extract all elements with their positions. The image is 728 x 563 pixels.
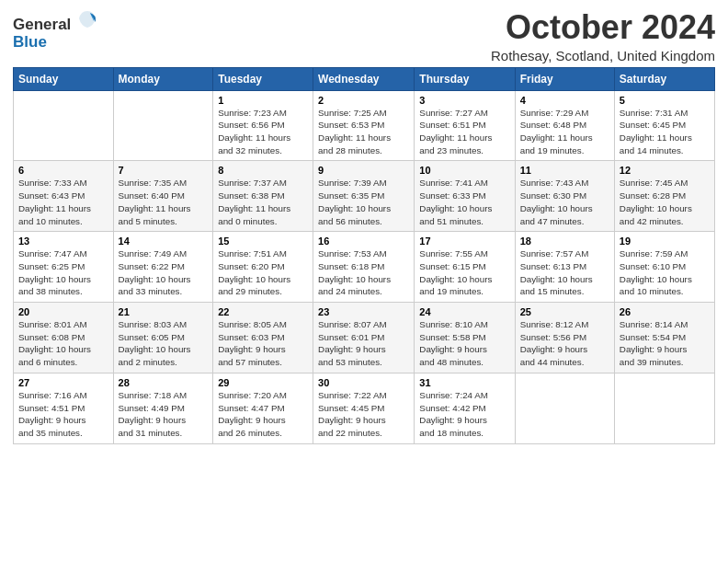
day-detail: Sunrise: 7:41 AM Sunset: 6:33 PM Dayligh… [419, 178, 492, 225]
col-header-friday: Friday [515, 67, 614, 90]
day-cell: 25Sunrise: 8:12 AM Sunset: 5:56 PM Dayli… [515, 303, 614, 373]
day-cell: 31Sunrise: 7:24 AM Sunset: 4:42 PM Dayli… [415, 373, 515, 443]
day-cell: 17Sunrise: 7:55 AM Sunset: 6:15 PM Dayli… [415, 232, 515, 303]
day-cell: 9Sunrise: 7:39 AM Sunset: 6:35 PM Daylig… [313, 161, 415, 232]
day-detail: Sunrise: 7:16 AM Sunset: 4:51 PM Dayligh… [18, 390, 87, 438]
month-title: October 2024 [491, 9, 715, 46]
day-detail: Sunrise: 8:05 AM Sunset: 6:03 PM Dayligh… [218, 319, 287, 367]
day-cell: 10Sunrise: 7:41 AM Sunset: 6:33 PM Dayli… [415, 161, 515, 232]
day-cell: 6Sunrise: 7:33 AM Sunset: 6:43 PM Daylig… [14, 161, 114, 232]
day-detail: Sunrise: 8:03 AM Sunset: 6:05 PM Dayligh… [119, 319, 191, 367]
day-number: 11 [520, 165, 609, 176]
col-header-monday: Monday [113, 67, 213, 90]
day-number: 25 [520, 306, 609, 317]
day-number: 8 [218, 165, 308, 176]
day-cell: 4Sunrise: 7:29 AM Sunset: 6:48 PM Daylig… [515, 90, 614, 161]
day-number: 18 [520, 236, 609, 247]
day-cell [113, 90, 213, 161]
day-number: 27 [18, 377, 108, 388]
day-number: 4 [520, 95, 609, 106]
day-detail: Sunrise: 7:35 AM Sunset: 6:40 PM Dayligh… [119, 178, 191, 225]
day-number: 9 [318, 165, 409, 176]
day-detail: Sunrise: 7:24 AM Sunset: 4:42 PM Dayligh… [419, 390, 488, 438]
day-number: 21 [119, 306, 209, 317]
logo-blue: Blue [13, 33, 47, 51]
day-detail: Sunrise: 7:53 AM Sunset: 6:18 PM Dayligh… [318, 248, 391, 296]
day-number: 2 [318, 95, 409, 106]
day-detail: Sunrise: 8:12 AM Sunset: 5:56 PM Dayligh… [520, 319, 589, 367]
logo: General Blue [13, 13, 97, 51]
day-cell: 27Sunrise: 7:16 AM Sunset: 4:51 PM Dayli… [14, 373, 114, 443]
day-cell: 15Sunrise: 7:51 AM Sunset: 6:20 PM Dayli… [213, 232, 313, 303]
day-detail: Sunrise: 7:57 AM Sunset: 6:13 PM Dayligh… [520, 248, 593, 296]
day-number: 15 [218, 236, 308, 247]
day-detail: Sunrise: 7:51 AM Sunset: 6:20 PM Dayligh… [218, 248, 290, 296]
day-cell: 1Sunrise: 7:23 AM Sunset: 6:56 PM Daylig… [213, 90, 313, 161]
day-detail: Sunrise: 7:55 AM Sunset: 6:15 PM Dayligh… [419, 248, 492, 296]
day-detail: Sunrise: 7:20 AM Sunset: 4:47 PM Dayligh… [218, 390, 287, 438]
day-number: 29 [218, 377, 308, 388]
week-row-1: 1Sunrise: 7:23 AM Sunset: 6:56 PM Daylig… [14, 90, 715, 161]
week-row-4: 20Sunrise: 8:01 AM Sunset: 6:08 PM Dayli… [14, 303, 715, 373]
day-detail: Sunrise: 7:27 AM Sunset: 6:51 PM Dayligh… [419, 108, 492, 155]
day-detail: Sunrise: 7:59 AM Sunset: 6:10 PM Dayligh… [620, 248, 692, 296]
day-number: 6 [18, 165, 108, 176]
day-number: 30 [318, 377, 409, 388]
day-cell: 14Sunrise: 7:49 AM Sunset: 6:22 PM Dayli… [113, 232, 213, 303]
day-detail: Sunrise: 8:01 AM Sunset: 6:08 PM Dayligh… [18, 319, 91, 367]
day-number: 1 [218, 95, 308, 106]
day-number: 17 [419, 236, 509, 247]
day-number: 5 [620, 95, 710, 106]
col-header-thursday: Thursday [415, 67, 515, 90]
day-detail: Sunrise: 8:14 AM Sunset: 5:54 PM Dayligh… [620, 319, 688, 367]
day-number: 13 [18, 236, 108, 247]
day-detail: Sunrise: 7:45 AM Sunset: 6:28 PM Dayligh… [620, 178, 692, 225]
day-cell: 29Sunrise: 7:20 AM Sunset: 4:47 PM Dayli… [213, 373, 313, 443]
day-detail: Sunrise: 8:10 AM Sunset: 5:58 PM Dayligh… [419, 319, 488, 367]
day-number: 7 [119, 165, 209, 176]
day-number: 26 [620, 306, 710, 317]
day-cell: 21Sunrise: 8:03 AM Sunset: 6:05 PM Dayli… [113, 303, 213, 373]
day-number: 24 [419, 306, 509, 317]
day-detail: Sunrise: 7:31 AM Sunset: 6:45 PM Dayligh… [620, 108, 692, 155]
day-cell: 2Sunrise: 7:25 AM Sunset: 6:53 PM Daylig… [313, 90, 415, 161]
day-cell: 8Sunrise: 7:37 AM Sunset: 6:38 PM Daylig… [213, 161, 313, 232]
day-cell: 13Sunrise: 7:47 AM Sunset: 6:25 PM Dayli… [14, 232, 114, 303]
day-number: 14 [119, 236, 209, 247]
day-cell: 3Sunrise: 7:27 AM Sunset: 6:51 PM Daylig… [415, 90, 515, 161]
day-number: 16 [318, 236, 409, 247]
day-detail: Sunrise: 7:47 AM Sunset: 6:25 PM Dayligh… [18, 248, 91, 296]
day-detail: Sunrise: 7:43 AM Sunset: 6:30 PM Dayligh… [520, 178, 593, 225]
day-cell: 23Sunrise: 8:07 AM Sunset: 6:01 PM Dayli… [313, 303, 415, 373]
day-number: 31 [419, 377, 509, 388]
col-header-sunday: Sunday [14, 67, 114, 90]
week-row-3: 13Sunrise: 7:47 AM Sunset: 6:25 PM Dayli… [14, 232, 715, 303]
day-cell: 30Sunrise: 7:22 AM Sunset: 4:45 PM Dayli… [313, 373, 415, 443]
day-detail: Sunrise: 7:23 AM Sunset: 6:56 PM Dayligh… [218, 108, 290, 155]
day-number: 22 [218, 306, 308, 317]
day-detail: Sunrise: 7:49 AM Sunset: 6:22 PM Dayligh… [119, 248, 191, 296]
day-cell: 7Sunrise: 7:35 AM Sunset: 6:40 PM Daylig… [113, 161, 213, 232]
day-cell: 28Sunrise: 7:18 AM Sunset: 4:49 PM Dayli… [113, 373, 213, 443]
day-number: 3 [419, 95, 509, 106]
day-detail: Sunrise: 7:18 AM Sunset: 4:49 PM Dayligh… [119, 390, 188, 438]
day-detail: Sunrise: 7:22 AM Sunset: 4:45 PM Dayligh… [318, 390, 387, 438]
header-row: SundayMondayTuesdayWednesdayThursdayFrid… [14, 67, 715, 90]
col-header-wednesday: Wednesday [313, 67, 415, 90]
day-detail: Sunrise: 8:07 AM Sunset: 6:01 PM Dayligh… [318, 319, 387, 367]
calendar-table: SundayMondayTuesdayWednesdayThursdayFrid… [13, 67, 715, 444]
col-header-tuesday: Tuesday [213, 67, 313, 90]
day-cell [515, 373, 614, 443]
day-cell: 18Sunrise: 7:57 AM Sunset: 6:13 PM Dayli… [515, 232, 614, 303]
day-cell [614, 373, 714, 443]
day-cell: 12Sunrise: 7:45 AM Sunset: 6:28 PM Dayli… [614, 161, 714, 232]
logo-icon [77, 9, 97, 29]
day-cell: 19Sunrise: 7:59 AM Sunset: 6:10 PM Dayli… [614, 232, 714, 303]
day-cell: 26Sunrise: 8:14 AM Sunset: 5:54 PM Dayli… [614, 303, 714, 373]
day-cell [14, 90, 114, 161]
day-cell: 5Sunrise: 7:31 AM Sunset: 6:45 PM Daylig… [614, 90, 714, 161]
day-number: 23 [318, 306, 409, 317]
day-cell: 24Sunrise: 8:10 AM Sunset: 5:58 PM Dayli… [415, 303, 515, 373]
day-cell: 11Sunrise: 7:43 AM Sunset: 6:30 PM Dayli… [515, 161, 614, 232]
day-number: 19 [620, 236, 710, 247]
